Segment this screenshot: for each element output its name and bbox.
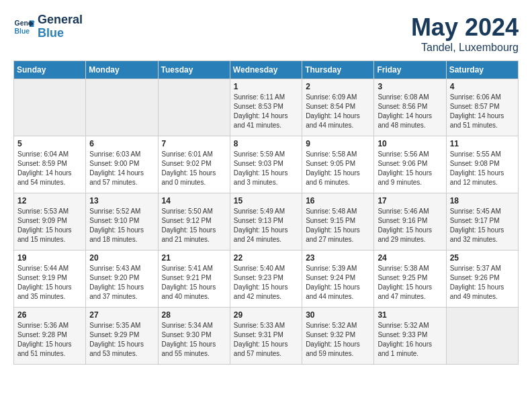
day-content: Sunrise: 5:45 AM Sunset: 9:17 PM Dayligh… <box>450 207 515 244</box>
day-number: 29 <box>234 310 298 320</box>
day-number: 31 <box>378 310 442 320</box>
calendar-day-19: 19Sunrise: 5:44 AM Sunset: 9:19 PM Dayli… <box>14 250 86 308</box>
day-number: 18 <box>450 196 515 205</box>
calendar-day-10: 10Sunrise: 5:56 AM Sunset: 9:06 PM Dayli… <box>374 136 446 193</box>
calendar-day-5: 5Sunrise: 6:04 AM Sunset: 8:59 PM Daylig… <box>14 136 86 193</box>
day-content: Sunrise: 6:06 AM Sunset: 8:57 PM Dayligh… <box>450 93 515 130</box>
empty-cell <box>158 79 230 136</box>
empty-cell <box>446 308 518 365</box>
calendar-day-8: 8Sunrise: 5:59 AM Sunset: 9:03 PM Daylig… <box>230 136 302 193</box>
day-number: 25 <box>450 253 515 263</box>
day-content: Sunrise: 5:32 AM Sunset: 9:32 PM Dayligh… <box>306 321 370 359</box>
calendar-day-27: 27Sunrise: 5:35 AM Sunset: 9:29 PM Dayli… <box>86 308 158 365</box>
calendar-day-12: 12Sunrise: 5:53 AM Sunset: 9:09 PM Dayli… <box>14 193 86 250</box>
calendar-table: SundayMondayTuesdayWednesdayThursdayFrid… <box>13 60 519 365</box>
day-content: Sunrise: 5:58 AM Sunset: 9:05 PM Dayligh… <box>306 150 370 187</box>
day-number: 1 <box>234 82 298 91</box>
empty-cell <box>14 79 86 136</box>
day-content: Sunrise: 6:11 AM Sunset: 8:53 PM Dayligh… <box>234 93 298 130</box>
svg-text:Blue: Blue <box>15 27 30 34</box>
day-content: Sunrise: 6:01 AM Sunset: 9:02 PM Dayligh… <box>162 150 226 187</box>
day-content: Sunrise: 6:08 AM Sunset: 8:56 PM Dayligh… <box>378 93 442 130</box>
day-number: 2 <box>306 82 370 91</box>
day-number: 8 <box>234 139 298 148</box>
weekday-header-friday: Friday <box>374 61 446 79</box>
day-content: Sunrise: 5:32 AM Sunset: 9:33 PM Dayligh… <box>378 321 442 359</box>
day-content: Sunrise: 5:41 AM Sunset: 9:21 PM Dayligh… <box>162 264 226 302</box>
calendar-day-24: 24Sunrise: 5:38 AM Sunset: 9:25 PM Dayli… <box>374 250 446 308</box>
calendar-day-28: 28Sunrise: 5:34 AM Sunset: 9:30 PM Dayli… <box>158 308 230 365</box>
logo-icon: General Blue <box>13 16 35 38</box>
calendar-week-4: 19Sunrise: 5:44 AM Sunset: 9:19 PM Dayli… <box>14 250 519 308</box>
day-number: 7 <box>162 139 226 148</box>
day-content: Sunrise: 5:55 AM Sunset: 9:08 PM Dayligh… <box>450 150 515 187</box>
day-content: Sunrise: 6:09 AM Sunset: 8:54 PM Dayligh… <box>306 93 370 130</box>
day-number: 4 <box>450 82 515 91</box>
calendar-day-17: 17Sunrise: 5:46 AM Sunset: 9:16 PM Dayli… <box>374 193 446 250</box>
calendar-day-9: 9Sunrise: 5:58 AM Sunset: 9:05 PM Daylig… <box>302 136 374 193</box>
day-number: 11 <box>450 139 515 148</box>
day-number: 28 <box>162 310 226 320</box>
calendar-day-25: 25Sunrise: 5:37 AM Sunset: 9:26 PM Dayli… <box>446 250 518 308</box>
day-number: 15 <box>234 196 298 205</box>
calendar-day-2: 2Sunrise: 6:09 AM Sunset: 8:54 PM Daylig… <box>302 79 374 136</box>
title-block: May 2024 Tandel, Luxembourg <box>411 13 519 54</box>
day-number: 13 <box>89 196 154 205</box>
day-content: Sunrise: 5:34 AM Sunset: 9:30 PM Dayligh… <box>162 321 226 359</box>
calendar-day-13: 13Sunrise: 5:52 AM Sunset: 9:10 PM Dayli… <box>86 193 158 250</box>
day-content: Sunrise: 5:38 AM Sunset: 9:25 PM Dayligh… <box>378 264 442 302</box>
day-number: 14 <box>162 196 226 205</box>
day-number: 27 <box>89 310 154 320</box>
day-content: Sunrise: 5:49 AM Sunset: 9:13 PM Dayligh… <box>234 207 298 244</box>
day-number: 12 <box>17 196 82 205</box>
calendar-day-4: 4Sunrise: 6:06 AM Sunset: 8:57 PM Daylig… <box>446 79 518 136</box>
calendar-day-22: 22Sunrise: 5:40 AM Sunset: 9:23 PM Dayli… <box>230 250 302 308</box>
day-content: Sunrise: 5:50 AM Sunset: 9:12 PM Dayligh… <box>162 207 226 244</box>
day-number: 22 <box>234 253 298 263</box>
day-number: 19 <box>17 253 82 263</box>
calendar-week-5: 26Sunrise: 5:36 AM Sunset: 9:28 PM Dayli… <box>14 308 519 365</box>
logo: General Blue GeneralBlue <box>13 13 83 40</box>
day-number: 16 <box>306 196 370 205</box>
location-title: Tandel, Luxembourg <box>411 42 519 54</box>
day-content: Sunrise: 6:03 AM Sunset: 9:00 PM Dayligh… <box>89 150 154 187</box>
day-content: Sunrise: 5:53 AM Sunset: 9:09 PM Dayligh… <box>17 207 82 244</box>
day-content: Sunrise: 5:40 AM Sunset: 9:23 PM Dayligh… <box>234 264 298 302</box>
calendar-day-16: 16Sunrise: 5:48 AM Sunset: 9:15 PM Dayli… <box>302 193 374 250</box>
day-number: 21 <box>162 253 226 263</box>
day-number: 20 <box>89 253 154 263</box>
day-content: Sunrise: 5:35 AM Sunset: 9:29 PM Dayligh… <box>89 321 154 359</box>
day-number: 10 <box>378 139 442 148</box>
calendar-day-1: 1Sunrise: 6:11 AM Sunset: 8:53 PM Daylig… <box>230 79 302 136</box>
day-number: 9 <box>306 139 370 148</box>
day-content: Sunrise: 5:48 AM Sunset: 9:15 PM Dayligh… <box>306 207 370 244</box>
calendar-week-2: 5Sunrise: 6:04 AM Sunset: 8:59 PM Daylig… <box>14 136 519 193</box>
calendar-day-18: 18Sunrise: 5:45 AM Sunset: 9:17 PM Dayli… <box>446 193 518 250</box>
day-content: Sunrise: 5:52 AM Sunset: 9:10 PM Dayligh… <box>89 207 154 244</box>
day-content: Sunrise: 5:37 AM Sunset: 9:26 PM Dayligh… <box>450 264 515 302</box>
calendar-day-14: 14Sunrise: 5:50 AM Sunset: 9:12 PM Dayli… <box>158 193 230 250</box>
month-title: May 2024 <box>411 13 519 42</box>
day-content: Sunrise: 5:36 AM Sunset: 9:28 PM Dayligh… <box>17 321 82 359</box>
weekday-header-thursday: Thursday <box>302 61 374 79</box>
day-content: Sunrise: 5:59 AM Sunset: 9:03 PM Dayligh… <box>234 150 298 187</box>
weekday-header-saturday: Saturday <box>446 61 518 79</box>
day-number: 30 <box>306 310 370 320</box>
calendar-day-11: 11Sunrise: 5:55 AM Sunset: 9:08 PM Dayli… <box>446 136 518 193</box>
calendar-day-29: 29Sunrise: 5:33 AM Sunset: 9:31 PM Dayli… <box>230 308 302 365</box>
calendar-day-7: 7Sunrise: 6:01 AM Sunset: 9:02 PM Daylig… <box>158 136 230 193</box>
empty-cell <box>86 79 158 136</box>
calendar-day-3: 3Sunrise: 6:08 AM Sunset: 8:56 PM Daylig… <box>374 79 446 136</box>
day-number: 23 <box>306 253 370 263</box>
page-header: General Blue GeneralBlue May 2024 Tandel… <box>13 13 519 54</box>
day-number: 24 <box>378 253 442 263</box>
day-content: Sunrise: 5:39 AM Sunset: 9:24 PM Dayligh… <box>306 264 370 302</box>
day-content: Sunrise: 5:44 AM Sunset: 9:19 PM Dayligh… <box>17 264 82 302</box>
weekday-header-tuesday: Tuesday <box>158 61 230 79</box>
day-content: Sunrise: 5:46 AM Sunset: 9:16 PM Dayligh… <box>378 207 442 244</box>
calendar-day-30: 30Sunrise: 5:32 AM Sunset: 9:32 PM Dayli… <box>302 308 374 365</box>
calendar-day-26: 26Sunrise: 5:36 AM Sunset: 9:28 PM Dayli… <box>14 308 86 365</box>
calendar-day-31: 31Sunrise: 5:32 AM Sunset: 9:33 PM Dayli… <box>374 308 446 365</box>
weekday-header-sunday: Sunday <box>14 61 86 79</box>
calendar-week-3: 12Sunrise: 5:53 AM Sunset: 9:09 PM Dayli… <box>14 193 519 250</box>
